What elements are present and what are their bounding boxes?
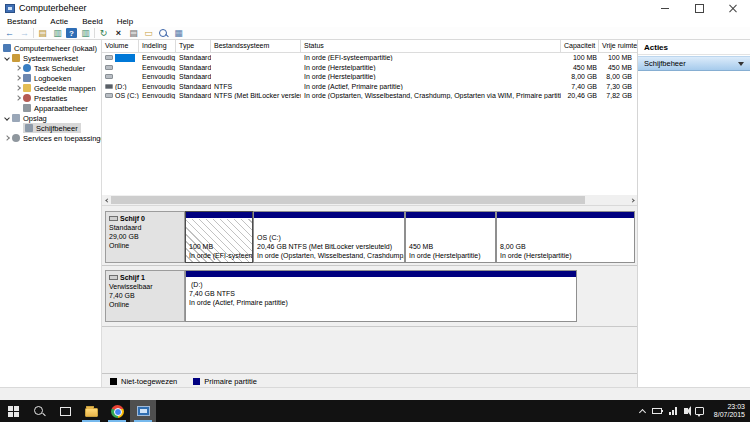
volume-icon	[105, 74, 113, 79]
tree-item-apparaatbeheer[interactable]: Apparaatbeheer	[0, 103, 101, 113]
table-row-os-c[interactable]: OS (C:) Eenvoudig Standaard NTFS (Met Bi…	[102, 91, 637, 101]
network-icon[interactable]	[669, 407, 677, 415]
device-manager-icon	[23, 104, 31, 112]
battery-icon[interactable]	[652, 408, 662, 414]
legend-primary-partition: Primaire partitie	[193, 377, 257, 386]
export-list-icon[interactable]: ▦	[172, 28, 185, 39]
toolbar-separator	[94, 28, 95, 38]
menu-bestand[interactable]: Bestand	[0, 16, 43, 27]
tree-item-task-scheduler[interactable]: Task Scheduler	[0, 63, 101, 73]
chevron-down-icon[interactable]	[4, 55, 10, 61]
toolbox-icon	[12, 54, 20, 62]
help-icon[interactable]: ?	[66, 28, 77, 38]
chevron-down-icon	[738, 62, 744, 66]
chevron-right-icon[interactable]	[15, 85, 21, 91]
action-center-icon[interactable]	[695, 407, 704, 415]
chevron-right-icon[interactable]	[4, 135, 10, 141]
toolbar-separator	[33, 28, 34, 38]
tree-item-services-en-toepassingen[interactable]: Services en toepassingen	[0, 133, 101, 143]
actions-panel: Acties Schijfbeheer	[637, 40, 750, 387]
volume-icon	[105, 93, 113, 98]
disk-graphical-panel: Schijf 0 Standaard 29,00 GB Online 100 M…	[102, 205, 637, 387]
chevron-right-icon[interactable]	[15, 65, 21, 71]
tree-item-gedeelde-mappen[interactable]: Gedeelde mappen	[0, 83, 101, 93]
disk-0-header[interactable]: Schijf 0 Standaard 29,00 GB Online	[105, 211, 185, 263]
tree-root-computerbeheer[interactable]: Computerbeheer (lokaal)	[0, 43, 101, 53]
computer-management-button[interactable]	[130, 400, 156, 422]
column-header-volume[interactable]: Volume	[102, 40, 139, 52]
partition-d[interactable]: (D:) 7,40 GB NTFS In orde (Actief, Prima…	[185, 270, 577, 322]
menu-bar: Bestand Actie Beeld Help	[0, 16, 750, 27]
volume-icon	[105, 84, 113, 89]
partition-efi[interactable]: 100 MB In orde (EFI-systeempartitie)	[185, 211, 253, 263]
partition-color-bar	[406, 212, 495, 219]
folder-icon	[85, 408, 98, 417]
forward-icon[interactable]: →	[18, 28, 31, 39]
tree-item-prestaties[interactable]: Prestaties	[0, 93, 101, 103]
new-window-icon[interactable]: ▥	[79, 28, 92, 39]
back-icon[interactable]: ←	[3, 28, 16, 39]
window-icon[interactable]: ▥	[51, 28, 64, 39]
chrome-icon	[111, 405, 124, 418]
legend: Niet-toegewezen Primaire partitie	[102, 373, 637, 387]
start-button[interactable]	[0, 400, 26, 422]
tree-item-opslag[interactable]: Opslag	[0, 113, 101, 123]
partition-recovery-8gb[interactable]: 8,00 GB In orde (Herstelpartitie)	[496, 211, 635, 263]
column-header-bestandssysteem[interactable]: Bestandssysteem	[211, 40, 301, 52]
column-header-status[interactable]: Status	[301, 40, 561, 52]
chevron-right-icon[interactable]	[15, 75, 21, 81]
close-button[interactable]	[716, 0, 750, 16]
maximize-button[interactable]	[682, 0, 716, 16]
open-icon[interactable]: ▭	[142, 28, 155, 39]
find-icon[interactable]	[157, 28, 170, 39]
computer-management-icon	[137, 406, 150, 416]
taskbar-clock[interactable]: 23:03 8/07/2015	[711, 403, 745, 419]
menu-beeld[interactable]: Beeld	[75, 16, 109, 27]
tree-item-schijfbeheer[interactable]: Schijfbeheer	[0, 123, 101, 133]
log-book-icon	[23, 74, 31, 82]
menu-actie[interactable]: Actie	[43, 16, 75, 27]
table-row-efi[interactable]: Eenvoudig Standaard In orde (EFI-systeem…	[102, 53, 637, 63]
file-explorer-button[interactable]	[78, 400, 104, 422]
column-header-vrije-ruimte[interactable]: Vrije ruimte	[599, 40, 637, 52]
menu-help[interactable]: Help	[110, 16, 140, 27]
actions-schijfbeheer-dropdown[interactable]: Schijfbeheer	[638, 56, 750, 71]
table-row-recovery-8gb[interactable]: Eenvoudig Standaard In orde (Herstelpart…	[102, 72, 637, 82]
chevron-down-icon[interactable]	[4, 115, 10, 121]
clock-date: 8/07/2015	[714, 411, 745, 419]
volume-icon	[105, 55, 113, 60]
performance-icon	[23, 94, 31, 102]
column-header-indeling[interactable]: Indeling	[139, 40, 176, 52]
tray-chevron-up-icon[interactable]	[639, 408, 646, 415]
show-console-tree-icon[interactable]: ▤	[36, 28, 49, 39]
tree-item-systeemwerkset[interactable]: Systeemwerkset	[0, 53, 101, 63]
chevron-right-icon[interactable]	[15, 95, 21, 101]
computer-icon	[3, 44, 11, 52]
table-row-recovery-450[interactable]: Eenvoudig Standaard In orde (Herstelpart…	[102, 63, 637, 73]
table-row-d[interactable]: (D:) Eenvoudig Standaard NTFS In orde (A…	[102, 82, 637, 92]
taskbar-search-button[interactable]	[26, 400, 52, 422]
disk-icon	[109, 216, 118, 221]
properties-icon[interactable]: ▤	[127, 28, 140, 39]
delete-icon[interactable]: ×	[112, 28, 125, 39]
partition-os-c[interactable]: OS (C:) 20,46 GB NTFS (Met BitLocker ver…	[253, 211, 405, 263]
partition-color-bar	[186, 212, 252, 219]
partition-color-bar	[497, 212, 634, 219]
column-header-capaciteit[interactable]: Capaciteit	[561, 40, 599, 52]
column-header-type[interactable]: Type	[176, 40, 211, 52]
scrollbar-thumb[interactable]	[111, 196, 585, 204]
disk-1-header[interactable]: Schijf 1 Verwisselbaar 7,40 GB Online	[105, 270, 185, 322]
app-icon	[5, 4, 15, 13]
taskbar: 23:03 8/07/2015	[0, 400, 750, 422]
scroll-right-arrow[interactable]	[627, 195, 637, 205]
tree-item-logboeken[interactable]: Logboeken	[0, 73, 101, 83]
horizontal-scrollbar[interactable]	[102, 195, 637, 205]
toolbar: ← → ▤ ▥ ? ▥ ↻ × ▤ ▭ ▦	[0, 27, 750, 40]
minimize-button[interactable]	[648, 0, 682, 16]
chrome-button[interactable]	[104, 400, 130, 422]
refresh-icon[interactable]: ↻	[97, 28, 110, 39]
volume-icon[interactable]	[684, 408, 688, 414]
task-view-button[interactable]	[52, 400, 78, 422]
partition-recovery-450mb[interactable]: 450 MB In orde (Herstelpartitie)	[405, 211, 496, 263]
console-tree: Computerbeheer (lokaal) Systeemwerkset T…	[0, 40, 102, 387]
